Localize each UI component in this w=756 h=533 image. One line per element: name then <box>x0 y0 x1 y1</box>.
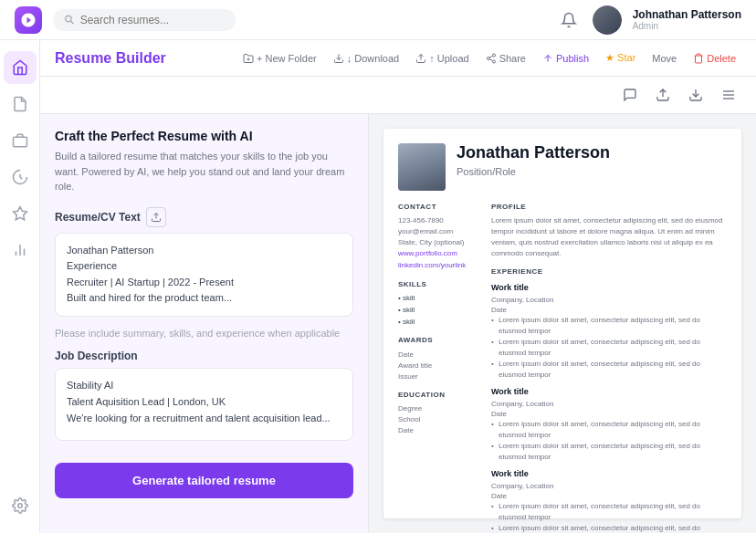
sidebar <box>0 40 40 533</box>
delete-button[interactable]: Delete <box>688 50 741 67</box>
share-button[interactable]: Share <box>480 50 531 67</box>
education-degree: Degree <box>398 403 480 414</box>
job-bullet-1-2: Lorem ipsum dolor sit amet, consectetur … <box>491 337 727 359</box>
upload-icon <box>415 53 426 64</box>
job-bullet-1-3: Lorem ipsum dolor sit amet, consectetur … <box>491 359 727 381</box>
download-tool[interactable] <box>683 82 709 108</box>
upload-small-icon <box>151 212 162 223</box>
right-panel: Jonathan Patterson Position/Role CONTACT… <box>369 114 756 533</box>
svg-point-14 <box>492 60 495 63</box>
left-panel: Craft the Perfect Resume with AI Build a… <box>40 114 369 533</box>
sidebar-item-documents[interactable] <box>4 88 37 120</box>
sidebar-item-star[interactable] <box>4 197 37 230</box>
skill-3: skill <box>398 317 480 329</box>
menu-icon <box>721 88 736 102</box>
publish-icon <box>542 53 553 64</box>
job-desc-box[interactable]: Stability AI Talent Aquisition Lead | Lo… <box>55 368 353 441</box>
sidebar-item-files[interactable] <box>4 124 37 157</box>
resume-header: Jonathan Patterson Position/Role <box>398 143 727 191</box>
search-input[interactable] <box>80 14 225 26</box>
job-company-3: Company, Location <box>491 481 727 491</box>
download-tool-icon <box>688 88 703 102</box>
resume-left-column: CONTACT 123-456-7890 your@email.com Stat… <box>398 202 480 533</box>
menu-tool[interactable] <box>716 82 741 108</box>
download-button[interactable]: ↓ Download <box>328 50 404 67</box>
resume-role: Position/Role <box>457 165 610 179</box>
craft-title: Craft the Perfect Resume with AI <box>55 129 353 143</box>
svg-line-16 <box>489 56 492 57</box>
sidebar-item-settings[interactable] <box>4 489 37 522</box>
awards-award-title: Award title <box>398 361 480 371</box>
profile-title: PROFILE <box>491 202 727 212</box>
content-area: Resume Builder + New Folder ↓ Download ↑… <box>40 40 756 533</box>
svg-point-12 <box>492 54 495 57</box>
job-desc-label: Job Description <box>55 350 353 362</box>
publish-button[interactable]: Publish <box>537 50 594 67</box>
page-header: Resume Builder + New Folder ↓ Download ↑… <box>40 40 756 77</box>
job-company-2: Company, Location <box>491 399 727 409</box>
job-bullet-1-1: Lorem ipsum dolor sit amet, consectetur … <box>491 315 727 337</box>
svg-marker-3 <box>13 207 26 220</box>
job-bullet-2-2: Lorem ipsum dolor sit amet, consectetur … <box>491 441 727 463</box>
svg-point-7 <box>17 504 22 508</box>
resume-cv-label: Resume/CV Text <box>55 207 353 227</box>
svg-line-15 <box>489 58 492 60</box>
experience-title: EXPERIENCE <box>491 266 727 277</box>
resume-name-block: Jonathan Patterson Position/Role <box>457 143 610 179</box>
resume-photo <box>398 143 446 191</box>
placeholder-hint: Please include summary, skills, and expe… <box>55 326 353 341</box>
skills-title: SKILLS <box>398 279 480 289</box>
job-title-2: Work title <box>491 386 727 398</box>
job-bullet-3-2: Lorem ipsum dolor sit amet, consectetur … <box>491 523 727 533</box>
upload-tool[interactable] <box>650 82 676 108</box>
resume-preview: Jonathan Patterson Position/Role CONTACT… <box>383 129 741 518</box>
app-logo <box>15 6 42 34</box>
resume-text-box[interactable]: Jonathan Patterson Experience Recruiter … <box>55 233 353 317</box>
svg-rect-2 <box>13 137 26 147</box>
comment-tool[interactable] <box>617 82 643 108</box>
notifications-button[interactable] <box>556 7 582 33</box>
search-icon <box>64 14 75 26</box>
user-name: Johnathan Patterson <box>633 8 741 21</box>
education-date: Date <box>398 425 480 436</box>
sub-toolbar <box>40 77 756 114</box>
bell-icon <box>561 12 577 28</box>
folder-plus-icon <box>243 53 254 64</box>
svg-point-13 <box>487 57 489 59</box>
upload-resume-button[interactable] <box>146 207 166 227</box>
move-button[interactable]: Move <box>646 50 682 67</box>
user-role: Admin <box>633 21 741 31</box>
education-school: School <box>398 414 480 425</box>
avatar[interactable] <box>593 5 622 35</box>
skill-2: skill <box>398 305 480 317</box>
profile-text: Lorem ipsum dolor sit amet, consectetur … <box>491 215 727 259</box>
job-date-1: Date <box>491 305 727 315</box>
awards-title: AWARDS <box>398 335 480 345</box>
sidebar-item-home[interactable] <box>4 51 37 84</box>
star-button[interactable]: ★ Star <box>600 49 641 67</box>
contact-title: CONTACT <box>398 202 480 212</box>
job-date-2: Date <box>491 409 727 419</box>
upload-button[interactable]: ↑ Upload <box>410 50 474 67</box>
svg-line-1 <box>71 21 74 24</box>
resume-right-column: PROFILE Lorem ipsum dolor sit amet, cons… <box>491 202 727 533</box>
job-bullet-2-1: Lorem ipsum dolor sit amet, consectetur … <box>491 419 727 441</box>
contact-location: State, City (optional) <box>398 237 480 248</box>
search-bar[interactable] <box>53 9 236 31</box>
job-title-1: Work title <box>491 282 727 294</box>
sidebar-item-chart[interactable] <box>4 234 37 266</box>
page-title: Resume Builder <box>55 50 166 67</box>
share-icon <box>486 53 497 64</box>
generate-resume-button[interactable]: Generate tailored resume <box>55 463 353 498</box>
contact-linkedin: linkedin.com/yourlink <box>398 260 480 272</box>
job-company-1: Company, Location <box>491 295 727 305</box>
upload-tool-icon <box>656 88 670 102</box>
contact-portfolio: www.portfolio.com <box>398 248 480 260</box>
nav-right: Johnathan Patterson Admin <box>556 5 741 35</box>
sidebar-item-ai[interactable] <box>4 161 37 193</box>
main-layout: Resume Builder + New Folder ↓ Download ↑… <box>0 40 756 533</box>
top-navigation: Johnathan Patterson Admin <box>0 0 756 40</box>
contact-email: your@email.com <box>398 226 480 237</box>
new-folder-button[interactable]: + New Folder <box>237 50 322 67</box>
two-pane: Craft the Perfect Resume with AI Build a… <box>40 114 756 533</box>
